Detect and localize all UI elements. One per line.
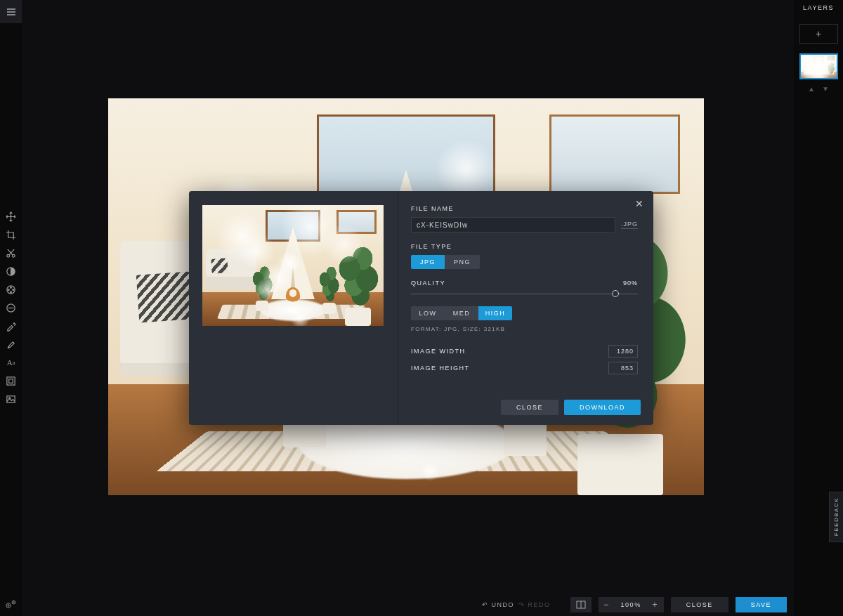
zoom-out-button[interactable]: − [599, 600, 615, 610]
feedback-tab[interactable]: FEEDBACK [829, 492, 843, 542]
svg-rect-9 [7, 376, 15, 384]
quality-slider[interactable] [411, 289, 638, 299]
exposure-tool[interactable] [0, 266, 22, 277]
layer-down-button[interactable]: ▼ [822, 85, 829, 93]
svg-point-15 [12, 601, 15, 604]
menu-icon [6, 6, 17, 18]
redo-button: ↷ REDO [518, 601, 551, 608]
quality-low[interactable]: LOW [411, 306, 445, 320]
file-name-input[interactable] [411, 217, 615, 232]
svg-point-16 [13, 602, 14, 603]
file-name-label: FILE NAME [411, 205, 638, 212]
modal-close-button[interactable]: CLOSE [501, 400, 558, 415]
brush-tool[interactable] [0, 339, 22, 350]
svg-point-4 [11, 287, 12, 288]
move-tool[interactable] [0, 211, 22, 222]
svg-point-6 [11, 291, 12, 292]
layers-title: LAYERS [794, 0, 843, 24]
cut-tool[interactable] [0, 247, 22, 258]
svg-point-14 [7, 605, 8, 606]
save-button[interactable]: SAVE [736, 597, 787, 612]
svg-point-12 [9, 397, 11, 398]
eyedropper-tool[interactable] [0, 320, 22, 332]
image-width-label: IMAGE WIDTH [411, 348, 466, 355]
zoom-percent: 100% [615, 601, 647, 608]
image-height-input[interactable] [608, 362, 638, 374]
vignette-tool[interactable] [0, 302, 22, 313]
file-type-png[interactable]: PNG [445, 255, 480, 269]
image-width-input[interactable] [608, 345, 638, 358]
feedback-label: FEEDBACK [833, 497, 839, 536]
layer-up-button[interactable]: ▲ [808, 85, 815, 93]
main-menu-button[interactable] [0, 0, 22, 23]
zoom-control: − 100% + [599, 597, 664, 612]
export-meta: FORMAT: JPG, SIZE: 321KB [411, 326, 638, 332]
modal-close-icon[interactable]: ✕ [635, 198, 643, 209]
crop-tool[interactable] [0, 229, 22, 240]
svg-rect-10 [9, 379, 13, 383]
compare-button[interactable] [570, 597, 592, 612]
image-tool[interactable] [0, 393, 22, 405]
quality-high[interactable]: HIGH [478, 306, 512, 320]
text-tool[interactable]: Aa [0, 357, 22, 368]
svg-point-13 [6, 603, 10, 608]
quality-preset-segmented: LOW MED HIGH [411, 306, 638, 320]
svg-point-7 [8, 289, 9, 290]
color-tool[interactable] [0, 284, 22, 295]
compare-icon [576, 601, 586, 609]
close-button[interactable]: CLOSE [671, 597, 728, 612]
svg-point-5 [13, 289, 14, 290]
file-type-jpg[interactable]: JPG [411, 255, 445, 269]
quality-percent: 90% [623, 280, 638, 287]
file-extension[interactable]: .JPG [621, 221, 638, 229]
file-type-label: FILE TYPE [411, 243, 638, 250]
export-preview [202, 205, 384, 326]
image-height-label: IMAGE HEIGHT [411, 365, 470, 372]
quality-med[interactable]: MED [445, 306, 478, 320]
history-controls: ↶ UNDO ↷ REDO [482, 601, 551, 608]
svg-rect-11 [7, 395, 15, 402]
left-toolbar: Aa [0, 23, 22, 616]
add-layer-button[interactable]: + [799, 24, 838, 44]
bottom-bar: ↶ UNDO ↷ REDO − 100% + CLOSE SAVE [22, 593, 794, 616]
download-button[interactable]: DOWNLOAD [564, 400, 641, 415]
layer-thumbnail[interactable] [799, 53, 838, 79]
quality-slider-thumb[interactable] [612, 290, 619, 297]
gears-icon [5, 599, 18, 609]
zoom-in-button[interactable]: + [647, 600, 664, 610]
file-type-segmented: JPG PNG [411, 255, 638, 269]
shapes-tool[interactable] [0, 375, 22, 386]
undo-button[interactable]: ↶ UNDO [482, 601, 514, 608]
settings-button[interactable] [0, 597, 22, 611]
quality-label: QUALITY [411, 280, 445, 287]
export-modal: ✕ FILE NAME .JPG FILE TYPE JPG PNG QUALI… [189, 191, 653, 425]
